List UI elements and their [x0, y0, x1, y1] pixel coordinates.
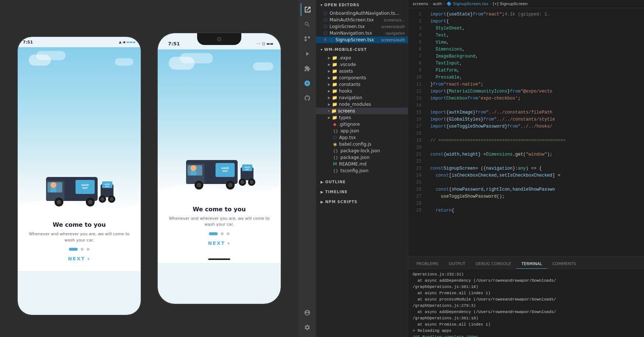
tab-output[interactable]: OUTPUT — [444, 259, 470, 269]
folder-node-modules[interactable]: ▶ 📁 node_modules — [316, 101, 408, 108]
json-icon-3: {} — [333, 155, 338, 160]
file-package[interactable]: {} package.json — [316, 154, 408, 161]
terminal-line-6: /graphOperations.js:279:3) — [413, 303, 640, 309]
ts-icon-4: ⬡ — [323, 31, 327, 36]
folder-components[interactable]: ▶ 📁 components — [316, 74, 408, 81]
breadcrumb: screens › auth › 🔷 SignupScreen.tsx › [•… — [408, 0, 644, 8]
svg-text:me!: me! — [245, 168, 249, 170]
svg-point-36 — [250, 180, 253, 184]
terminal-line-5: at async processModule (/Users/roweeandr… — [413, 296, 640, 303]
outline-header[interactable]: ▶ OUTLINE — [316, 177, 408, 187]
svg-point-9 — [57, 200, 61, 204]
ts-icon-2: ⬡ — [323, 17, 327, 22]
iphone: 7:51 ··· )) ▬▬ — [157, 32, 282, 305]
tab-terminal[interactable]: TERMINAL — [516, 259, 547, 269]
folder-icon-8: 📁 — [332, 102, 337, 107]
android-hero: wash me! wash — [18, 47, 141, 214]
close-icon[interactable]: ✕ — [323, 37, 327, 42]
android-title: We come to you — [27, 221, 132, 228]
code-editor: 12345 678910 1112131415 1617181920 21222… — [408, 8, 644, 256]
android-dot-3 — [87, 248, 90, 251]
extensions-icon[interactable] — [301, 62, 314, 75]
timeline-header[interactable]: ▶ TIMELINE — [316, 187, 408, 197]
source-control-icon[interactable] — [301, 32, 314, 46]
svg-text:wash: wash — [81, 184, 89, 187]
android-phone-content: We come to you Whenever and wherever you… — [18, 214, 141, 271]
folder-types[interactable]: ▶ 📁 types — [316, 114, 408, 121]
tab-comments[interactable]: COMMENTS — [547, 259, 581, 269]
svg-point-31 — [228, 183, 232, 187]
iphone-home-bar — [208, 258, 230, 260]
open-editors-header[interactable]: ▾ OPEN EDITORS — [316, 0, 408, 10]
android-status-bar: 7:51 ▲ ◀ ▬▬▬ — [18, 37, 141, 47]
file-tsconfig[interactable]: {} tsconfig.json — [316, 167, 408, 174]
android-dot-2 — [81, 248, 84, 251]
iphone-next-label: NEXT — [208, 240, 225, 246]
folder-icon-9: 📁 — [331, 108, 337, 114]
iphone-dot-1 — [209, 232, 218, 235]
svg-text:me!: me! — [82, 187, 88, 190]
android-van-svg: wash me! wash — [42, 170, 116, 206]
terminal-line-4: at async Promise.all (index 1) — [413, 290, 640, 296]
folder-icon-10: 📁 — [332, 115, 337, 120]
folder-icon: 📁 — [332, 55, 337, 60]
android-status-icons: ▲ ◀ ▬▬▬ — [119, 40, 136, 44]
file-MainAuthScreen[interactable]: ⬡ MainAuthScreen.tsx screens/a... — [316, 17, 408, 23]
folder-icon-2: 📁 — [332, 62, 337, 67]
project-header[interactable]: ▾ WM-MOBILE-CUST — [316, 45, 408, 55]
android-dot-1 — [69, 248, 78, 251]
python-icon[interactable] — [301, 77, 314, 90]
tab-problems[interactable]: PROBLEMS — [411, 259, 444, 269]
folder-hooks[interactable]: ▶ 📁 hooks — [316, 88, 408, 94]
terminal-line-3: /graphOperations.js:361:18) — [413, 284, 640, 290]
gitignore-icon: ◆ — [333, 122, 336, 127]
open-editors-chevron: ▾ — [321, 3, 323, 7]
tab-debug-console[interactable]: DEBUG CONSOLE — [470, 259, 516, 269]
iphone-next-chevron: › — [227, 240, 231, 247]
folder-icon-3: 📁 — [332, 69, 337, 74]
ts-icon-app: ⬡ — [333, 135, 337, 140]
json-icon-2: {} — [333, 149, 338, 153]
folder-navigation[interactable]: ▶ 📁 navigation — [316, 94, 408, 101]
folder-screens[interactable]: ▾ 📁 screens — [316, 108, 408, 114]
file-readme[interactable]: M README.md — [316, 161, 408, 167]
folder-constants[interactable]: ▶ 📁 constants — [316, 81, 408, 88]
bottom-panel: PROBLEMS OUTPUT DEBUG CONSOLE TERMINAL C… — [408, 256, 644, 337]
json-icon: {} — [333, 129, 338, 133]
iphone-van-svg: wash me! wash me! — [182, 153, 256, 190]
svg-text:me!: me! — [222, 170, 228, 173]
android-next-button[interactable]: NEXT › — [68, 255, 90, 262]
folder-icon-5: 📁 — [332, 82, 337, 87]
folder-vscode[interactable]: ▶ 📁 .vscode — [316, 61, 408, 68]
folder-assets[interactable]: ▶ 📁 assets — [316, 68, 408, 74]
file-gitignore[interactable]: ◆ .gitignore — [316, 121, 408, 128]
svg-rect-24 — [190, 171, 196, 176]
file-LoginScreen[interactable]: ⬡ LoginScreen.tsx screens/auth — [316, 23, 408, 30]
terminal-line-1: Operations.js:232:31) — [413, 271, 640, 278]
ts-icon: ⬡ — [323, 11, 327, 16]
file-SignupScreen[interactable]: ✕ ⬡ SignupScreen.tsx screens/auth — [316, 37, 408, 43]
terminal-line-9: at async Promise.all (index 1) — [413, 322, 640, 328]
terminal-line-11: iOS Bundling complete 100ms — [413, 334, 640, 337]
file-app-json[interactable]: {} app.json — [316, 128, 408, 134]
file-app-tsx[interactable]: ⬡ App.tsx — [316, 134, 408, 141]
editor-area: screens › auth › 🔷 SignupScreen.tsx › [•… — [408, 0, 644, 337]
npm-scripts-header[interactable]: ▶ NPM SCRIPTS — [316, 197, 408, 207]
iphone-next-button[interactable]: NEXT › — [208, 240, 230, 247]
code-content[interactable]: import { useState } from "react"; 4.1k (… — [426, 8, 644, 256]
run-icon[interactable] — [301, 47, 314, 60]
settings-icon[interactable] — [301, 321, 314, 334]
search-icon[interactable] — [301, 18, 314, 31]
explorer-icon[interactable] — [301, 3, 314, 16]
file-MainNavigation[interactable]: ⬡ MainNavigation.tsx navigation — [316, 30, 408, 37]
file-babel[interactable]: ◉ babel.config.js — [316, 141, 408, 147]
terminal-content[interactable]: Operations.js:232:31) at async addDepend… — [408, 269, 644, 337]
account-icon[interactable] — [301, 306, 314, 319]
file-package-lock[interactable]: {} package-lock.json — [316, 147, 408, 154]
folder-expo[interactable]: ▶ 📁 .expo — [316, 55, 408, 61]
iphone-title: We come to you — [167, 206, 272, 213]
ts-icon-5: ⬡ — [329, 37, 333, 42]
file-OnboardingAuthNavigation[interactable]: ⬡ OnboardingAuthNavigation.ts... — [316, 10, 408, 17]
github-icon[interactable] — [301, 91, 314, 105]
svg-point-3 — [50, 182, 56, 188]
